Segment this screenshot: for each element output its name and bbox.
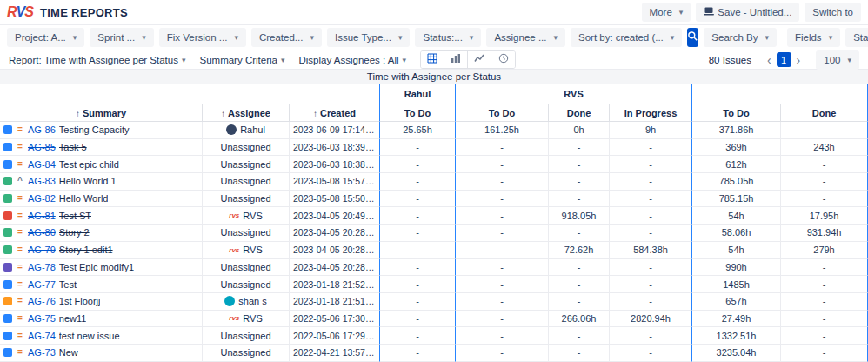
report-dropdown-label: Report: Time with Assignee per Status: [9, 55, 178, 65]
time-value-cell: 17.95h: [781, 207, 868, 225]
priority-icon: =: [16, 228, 24, 237]
column-header-done-5: Done: [549, 104, 610, 122]
filter-dropdown-3[interactable]: Fix Version ...: [159, 28, 246, 47]
search-by-dropdown[interactable]: Search By: [704, 28, 777, 47]
assignee-group-row: RahulRVS: [0, 84, 868, 104]
column-header-created-2[interactable]: ↑Created: [290, 104, 380, 122]
top-bar: RVS TIME REPORTS More Save - Untitled...…: [0, 0, 868, 24]
assignee-group-rvs: RVS: [456, 84, 692, 104]
created-cell: 2023-01-18 21:52:16: [290, 276, 380, 293]
issue-summary: Story 2: [59, 227, 90, 238]
issue-key-link[interactable]: AG-77: [28, 279, 56, 290]
filter-dropdown-8[interactable]: Sort by: created (...: [571, 28, 682, 47]
issue-summary: Test ST: [59, 211, 91, 221]
time-value-cell: -: [380, 173, 456, 191]
summary-criteria-dropdown[interactable]: Summary Criteria: [200, 55, 285, 65]
time-value-cell: -: [380, 327, 456, 345]
time-value-cell: -: [380, 293, 456, 311]
issue-summary: Test: [59, 279, 77, 290]
filter-dropdown-1[interactable]: Project: A...: [7, 28, 84, 47]
issue-key-link[interactable]: AG-73: [28, 347, 56, 358]
line-chart-icon: [474, 53, 484, 66]
created-cell: 2023-06-09 17:14:09: [290, 122, 380, 139]
time-value-cell: -: [610, 259, 692, 277]
created-cell: 2023-04-05 20:28:03: [290, 259, 380, 277]
page-size-label: 100: [824, 55, 840, 65]
filter-dropdown-6[interactable]: Status:...: [415, 28, 481, 47]
filter-dropdown-5[interactable]: Issue Type...: [327, 28, 411, 47]
issue-summary: 1st Floorjj: [59, 296, 101, 306]
issue-key-link[interactable]: AG-76: [28, 296, 56, 306]
rvs-mini-logo-icon: rvs: [229, 246, 239, 254]
issue-key-link[interactable]: AG-80: [28, 227, 56, 238]
clock-icon: [498, 53, 509, 66]
time-value-cell: -: [549, 259, 610, 277]
bar-chart-view-button[interactable]: [444, 51, 468, 68]
sort-ascending-icon: ↑: [76, 109, 80, 118]
issue-key-link[interactable]: AG-85: [28, 142, 56, 152]
summary-cell: ^AG-83Hello World 1: [0, 173, 203, 191]
issue-key-link[interactable]: AG-82: [28, 193, 56, 204]
column-header-assignee-1[interactable]: ↑Assignee: [203, 104, 290, 122]
issue-key-link[interactable]: AG-83: [28, 176, 56, 186]
issue-key-link[interactable]: AG-84: [28, 159, 56, 170]
assignee-name: Unassigned: [220, 331, 270, 341]
more-button[interactable]: More: [642, 3, 691, 22]
time-value-cell: 584.38h: [610, 242, 692, 259]
time-value-cell: -: [380, 225, 456, 242]
column-header-summary-0[interactable]: ↑Summary: [0, 104, 203, 122]
time-value-cell: -: [781, 173, 868, 191]
rvs-logo[interactable]: RVS: [7, 4, 33, 20]
fields-dropdown[interactable]: Fields: [787, 28, 840, 47]
issue-row-ag-81: =AG-81Test STrvsRVS2023-04-05 20:49:09--…: [0, 207, 868, 225]
assignee-name: Unassigned: [220, 227, 270, 238]
display-assignees-label: Display Assignees : All: [299, 55, 399, 65]
time-value-cell: 1332.51h: [692, 327, 781, 345]
prev-page-button[interactable]: ‹: [765, 54, 773, 66]
issue-key-link[interactable]: AG-78: [28, 262, 56, 272]
line-chart-view-button[interactable]: [468, 51, 491, 68]
time-value-cell: 9h: [610, 122, 692, 139]
switch-to-button[interactable]: Switch to: [805, 3, 861, 22]
time-view-button[interactable]: [491, 51, 515, 68]
next-page-button[interactable]: ›: [795, 54, 803, 66]
table-grid-icon: [427, 53, 437, 66]
column-header-to-do-3: To Do: [380, 104, 456, 122]
save-button[interactable]: Save - Untitled...: [696, 3, 799, 22]
report-dropdown[interactable]: Report: Time with Assignee per Status: [9, 55, 186, 65]
time-value-cell: -: [549, 139, 610, 157]
priority-icon: =: [16, 125, 24, 134]
time-value-cell: -: [610, 293, 692, 311]
issue-key-link[interactable]: AG-86: [28, 124, 56, 135]
time-value-cell: -: [456, 311, 549, 328]
table-view-button[interactable]: [421, 51, 444, 68]
filter-dropdown-7[interactable]: Assignee ...: [486, 28, 565, 47]
report-title: Time with Assignee per Status: [0, 69, 868, 84]
issue-type-icon: [3, 263, 12, 272]
time-value-cell: 931.94h: [781, 225, 868, 242]
current-page[interactable]: 1: [777, 52, 791, 67]
statuses-dropdown[interactable]: Statuses: [845, 28, 868, 47]
report-bar: Report: Time with Assignee per Status Su…: [0, 50, 868, 69]
time-value-cell: -: [610, 173, 692, 191]
assignee-avatar: [224, 296, 235, 306]
issue-key-link[interactable]: AG-81: [28, 211, 56, 221]
more-button-label: More: [650, 7, 672, 17]
page-size-dropdown[interactable]: 100: [816, 50, 859, 70]
issue-row-ag-83: ^AG-83Hello World 1Unassigned2023-05-08 …: [0, 173, 868, 191]
filter-dropdown-4[interactable]: Created...: [251, 28, 322, 47]
search-button[interactable]: [687, 28, 698, 47]
statuses-label: Statuses: [853, 32, 868, 43]
issue-summary: Story 1 edit1: [59, 245, 113, 255]
assignee-name: shan s: [238, 296, 266, 306]
filter-dropdown-2[interactable]: Sprint ...: [90, 28, 153, 47]
issue-type-icon: [3, 280, 12, 289]
search-by-label: Search By: [711, 32, 758, 43]
priority-icon: =: [16, 314, 24, 323]
time-value-cell: -: [456, 225, 549, 242]
issue-key-link[interactable]: AG-79: [28, 245, 56, 255]
assignee-group-rahul: Rahul: [380, 84, 456, 104]
issue-key-link[interactable]: AG-74: [28, 331, 56, 341]
issue-key-link[interactable]: AG-75: [28, 313, 56, 324]
display-assignees-dropdown[interactable]: Display Assignees : All: [299, 55, 407, 65]
